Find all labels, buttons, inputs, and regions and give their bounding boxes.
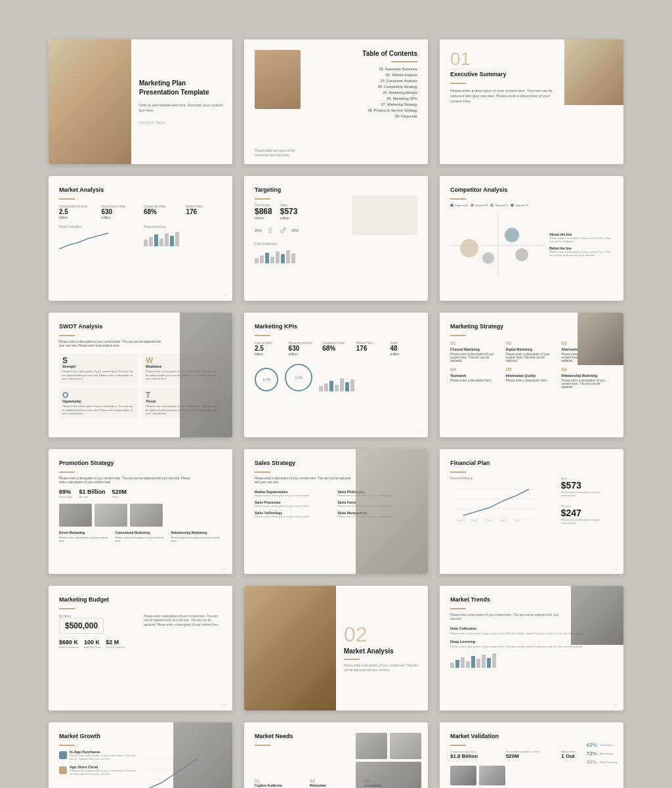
- sales-val: $573: [561, 480, 613, 491]
- bubble-3: [482, 252, 494, 264]
- sales-item-text: Please enter a description of your conte…: [255, 515, 335, 518]
- stat-unit: billion: [59, 215, 95, 219]
- strategy-num: 02: [506, 340, 558, 346]
- validation-lower: 62% Subscribers 73% Advertising 30% Deep…: [450, 766, 613, 785]
- page-number: 3: [616, 157, 617, 160]
- promo-item-1: Direct Marketing Please enter a descript…: [59, 531, 110, 542]
- budget-content: No Need $500,000 $680 K Initial Investme…: [59, 615, 222, 649]
- legend-dot: [511, 204, 514, 207]
- bar: [276, 252, 280, 263]
- strategy-item-5: 05 Information Quality Please enter a de…: [506, 366, 558, 389]
- page-number: 9: [616, 430, 617, 433]
- bar: [487, 658, 491, 668]
- budget-desc: Please enter a description of your conte…: [144, 615, 222, 649]
- bubble-4: [515, 248, 528, 261]
- promo-img-2: [94, 504, 127, 527]
- toc-item: 02. Market Analysis: [314, 72, 417, 78]
- bubble-1: [460, 239, 478, 257]
- page-number: 2: [420, 157, 421, 160]
- growth-icon-1: [59, 751, 67, 759]
- gender-male-pct: 35%: [291, 229, 299, 232]
- strategy-item-4: 04 Teamwork Please enter a description h…: [450, 366, 502, 389]
- stat-item: Sales 48 million: [390, 341, 417, 356]
- stat-val: 630: [102, 208, 138, 215]
- stat-val: $573: [280, 207, 298, 216]
- targeting-title: Targeting: [255, 186, 417, 194]
- bar: [461, 657, 465, 668]
- kpis-title: Marketing KPIs: [255, 323, 417, 331]
- strategy-text: Please enter a description of your conte…: [450, 353, 502, 362]
- valid-pct-2: 73% Advertising: [587, 751, 617, 756]
- slide-budget: Marketing Budget No Need $500,000 $680 K…: [49, 586, 232, 711]
- sales-desc: Please enter a description of your conte…: [255, 477, 353, 485]
- stat-item: Total portfolio Number 2.5 billion: [59, 205, 95, 219]
- promo-items: Direct Marketing Please enter a descript…: [59, 531, 222, 542]
- bar: [154, 234, 158, 246]
- promo-stat-label: Amount: [79, 495, 105, 498]
- toc-content: Table of Contents 01. Executive Summary …: [314, 50, 417, 120]
- bar: [149, 237, 153, 246]
- growth-items: In-App Purchases Please enter a descript…: [59, 750, 138, 788]
- female-icon: ♀: [266, 224, 275, 238]
- legend-item: Segment B: [471, 204, 488, 207]
- svg-text:Cat 3: Cat 3: [486, 519, 492, 522]
- below-desc: Please enter a description of your conte…: [549, 250, 613, 257]
- stat-item: Total Issues $868 million: [255, 204, 272, 220]
- male-icon: ♂: [279, 224, 288, 238]
- data-collection-section: Data Collection: [255, 242, 417, 263]
- budget-sub-stats: $680 K Initial Investment 100 K Add ROI …: [59, 639, 137, 649]
- bubble-2: [505, 228, 519, 242]
- slide-swot: SWOT Analysis Please enter a description…: [49, 313, 232, 437]
- needs-img-3: [356, 762, 421, 788]
- financial-sales: Sales $573 Please enter a description of…: [561, 477, 613, 498]
- strategy-num: 01: [450, 340, 502, 346]
- needs-img-2: [390, 733, 421, 759]
- growth-item-content-2: App Store Cloud Please enter a descripti…: [70, 765, 138, 776]
- toc-item: 08. Product & Service Strategy: [314, 108, 417, 114]
- swot-text-o: Please enter a description of your conte…: [62, 405, 135, 416]
- valid-pct-3: 30% Deep Learning: [587, 759, 617, 765]
- bar: [466, 661, 470, 668]
- promo-stat-3: 520M Users: [112, 489, 127, 498]
- sales-item-5: Sales Technology Please enter a descript…: [255, 511, 335, 518]
- legend-item: Segment C: [490, 204, 508, 207]
- stat-item: Total portfolio 2.5 billion: [255, 341, 282, 356]
- promo-images: [59, 504, 222, 527]
- needs-img-1: [356, 733, 387, 759]
- slide-marketing-strategy: Marketing Strategy 01 Channel Marketing …: [440, 313, 623, 437]
- page-number: 10: [223, 567, 226, 570]
- page-number: 5: [420, 294, 421, 297]
- section-label: Deep Learning: [144, 225, 222, 229]
- divider: [59, 198, 75, 200]
- divider: [255, 745, 270, 746]
- section-content: 02 Market Analysis Please enter a descri…: [336, 586, 428, 711]
- growth-icon-2: [59, 766, 67, 774]
- valid-stat-1: Transactions by ticket $1.8 Billion: [450, 750, 502, 759]
- strategy-item-title: Digital Marketing: [506, 347, 558, 351]
- gender-female-pct: 65%: [255, 229, 262, 232]
- slide-targeting: Targeting Total Issues $868 million Sale…: [244, 176, 428, 301]
- valid-val-1: $1.8 Billion: [450, 753, 502, 759]
- swot-cell-s: S Strength Please enter a description of…: [59, 353, 138, 384]
- strategy-item-title: Channel Marketing: [450, 347, 502, 351]
- strategy-text: Please enter a description of your conte…: [506, 353, 558, 362]
- add-label: Add ROI Fees: [84, 646, 100, 649]
- legend-dot: [471, 204, 474, 207]
- strategy-item-1: 01 Channel Marketing Please enter a desc…: [450, 340, 502, 362]
- strategy-num: 06: [561, 366, 613, 372]
- financial-revenue: Revenue $247 Please enter a description …: [561, 504, 613, 525]
- bar: [340, 378, 344, 391]
- bar: [319, 386, 323, 391]
- cover-subtitle: Click to add subtitle text here. Describ…: [139, 102, 224, 114]
- slide-sales-strategy: Sales Strategy Please enter a descriptio…: [244, 449, 428, 574]
- promo-stat-val: 520M: [112, 489, 127, 495]
- promo-stat-2: $1 Billion Amount: [79, 489, 105, 498]
- financial-title: Financial Plan: [450, 460, 613, 468]
- initial-invest: $680 K Initial Investment: [59, 639, 79, 649]
- bar: [291, 253, 295, 263]
- circle-chart-2: 6.2M: [285, 361, 312, 391]
- slides-grid: Marketing Plan Presentation Template Cli…: [49, 39, 623, 788]
- valid-val-2: 520M: [506, 753, 558, 759]
- growth-item-2: App Store Cloud Please enter a descripti…: [59, 765, 138, 776]
- slide-market-needs: Market Needs 01 Captive Audience Please …: [244, 722, 428, 788]
